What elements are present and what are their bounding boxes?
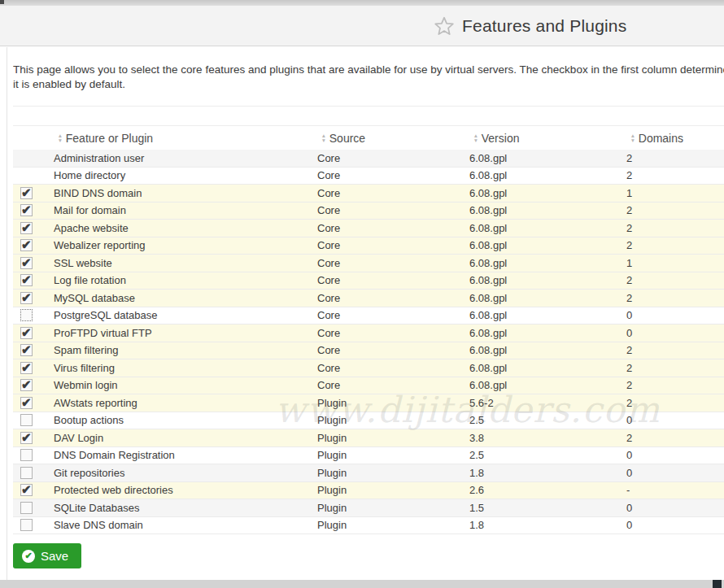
domains-cell: 2 <box>626 204 724 216</box>
domains-cell: 0 <box>626 519 724 531</box>
feature-checkbox[interactable]: ✔ <box>20 327 33 339</box>
checkbox-cell <box>13 414 54 426</box>
column-header-feature[interactable]: ▴▾ Feature or Plugin <box>54 132 317 145</box>
feature-name: ProFTPD virtual FTP <box>54 327 317 339</box>
domains-cell: 2 <box>626 397 724 409</box>
feature-name: Virus filtering <box>54 362 317 374</box>
feature-checkbox[interactable]: ✔ <box>20 187 33 199</box>
table-row: ✔Spam filteringCore6.08.gpl2 <box>13 342 724 360</box>
feature-name: MySQL database <box>54 292 317 304</box>
column-header-domains[interactable]: ▴▾ Domains <box>626 132 724 145</box>
save-button[interactable]: ✔ Save <box>13 543 81 568</box>
column-header-label: Feature or Plugin <box>66 132 153 145</box>
source-cell: Core <box>317 309 469 321</box>
table-row: ✔Protected web directoriesPlugin2.6- <box>13 482 724 500</box>
table-row: ✔Virus filteringCore6.08.gpl2 <box>13 359 724 377</box>
feature-checkbox[interactable] <box>20 449 33 461</box>
page-title: Features and Plugins <box>462 16 626 36</box>
content-area: This page allows you to select the core … <box>0 47 724 580</box>
table-row: Home directoryCore6.08.gpl2 <box>13 168 724 185</box>
window-resize-mark <box>713 580 722 588</box>
domains-cell: 2 <box>626 239 724 251</box>
domains-cell: 2 <box>626 344 724 356</box>
feature-name: Administration user <box>54 152 317 164</box>
feature-checkbox[interactable]: ✔ <box>20 257 33 269</box>
domains-cell: 0 <box>626 327 724 339</box>
description-line-1: This page allows you to select the core … <box>13 63 724 77</box>
source-cell: Core <box>317 327 469 339</box>
table-row: Slave DNS domainPlugin1.80 <box>13 517 724 535</box>
feature-checkbox[interactable] <box>20 467 33 479</box>
sort-icon: ▴▾ <box>474 133 478 142</box>
feature-name: PostgreSQL database <box>54 309 317 321</box>
table-row: ✔Mail for domainCore6.08.gpl2 <box>13 203 724 220</box>
feature-name: AWstats reporting <box>54 397 317 409</box>
column-header-version[interactable]: ▴▾ Version <box>469 132 626 145</box>
source-cell: Plugin <box>317 484 469 496</box>
feature-checkbox[interactable] <box>20 309 33 321</box>
page-header: Features and Plugins <box>0 6 724 46</box>
feature-checkbox[interactable]: ✔ <box>20 222 33 234</box>
version-cell: 1.8 <box>469 519 626 531</box>
feature-checkbox[interactable] <box>20 414 33 426</box>
domains-cell: 1 <box>626 257 724 269</box>
feature-checkbox[interactable]: ✔ <box>20 204 33 216</box>
table-row: DNS Domain RegistrationPlugin2.50 <box>13 447 724 465</box>
feature-name: DAV Login <box>54 432 317 444</box>
version-cell: 6.08.gpl <box>469 309 626 321</box>
domains-cell: 2 <box>626 362 724 374</box>
version-cell: 2.5 <box>469 414 626 426</box>
feature-name: Spam filtering <box>54 344 317 356</box>
column-header-source[interactable]: ▴▾ Source <box>317 132 469 145</box>
feature-checkbox[interactable]: ✔ <box>20 274 33 286</box>
divider <box>13 106 724 107</box>
feature-checkbox[interactable]: ✔ <box>20 239 33 251</box>
version-cell: 6.08.gpl <box>469 239 626 251</box>
checkbox-cell: ✔ <box>13 257 54 269</box>
domains-cell: 0 <box>626 449 724 461</box>
source-cell: Plugin <box>317 432 469 444</box>
feature-checkbox[interactable]: ✔ <box>20 484 33 496</box>
feature-name: Home directory <box>54 169 317 181</box>
feature-checkbox[interactable]: ✔ <box>20 432 33 444</box>
source-cell: Core <box>317 222 469 234</box>
domains-cell: 2 <box>626 432 724 444</box>
source-cell: Core <box>317 274 469 286</box>
source-cell: Core <box>317 204 469 216</box>
domains-cell: 0 <box>626 467 724 479</box>
version-cell: 6.08.gpl <box>469 292 626 304</box>
checkbox-cell: ✔ <box>13 344 54 356</box>
feature-checkbox[interactable]: ✔ <box>20 362 33 374</box>
checkbox-cell: ✔ <box>13 484 54 496</box>
feature-name: Apache website <box>54 222 317 234</box>
checkbox-cell <box>13 309 54 321</box>
table-row: ✔Webmin loginCore6.08.gpl2 <box>13 377 724 395</box>
feature-checkbox[interactable]: ✔ <box>20 379 33 391</box>
feature-checkbox[interactable] <box>20 519 33 531</box>
checkbox-cell: ✔ <box>13 274 54 286</box>
feature-checkbox[interactable]: ✔ <box>20 292 33 304</box>
feature-checkbox[interactable]: ✔ <box>20 344 33 356</box>
feature-checkbox[interactable] <box>20 502 33 514</box>
checkbox-cell: ✔ <box>13 379 54 391</box>
feature-checkbox[interactable]: ✔ <box>20 397 33 409</box>
check-circle-icon: ✔ <box>22 550 35 563</box>
source-cell: Plugin <box>317 467 469 479</box>
star-icon <box>434 15 455 37</box>
version-cell: 1.8 <box>469 467 626 479</box>
version-cell: 3.8 <box>469 432 626 444</box>
feature-name: DNS Domain Registration <box>54 449 317 461</box>
column-header-label: Source <box>329 132 365 145</box>
window-footer-bar <box>0 580 724 588</box>
version-cell: 6.08.gpl <box>469 169 626 181</box>
page-title-block: Features and Plugins <box>434 15 626 37</box>
table-row: ✔ProFTPD virtual FTPCore6.08.gpl0 <box>13 324 724 342</box>
source-cell: Core <box>317 257 469 269</box>
checkbox-cell: ✔ <box>13 222 54 234</box>
table-row: ✔Log file rotationCore6.08.gpl2 <box>13 272 724 290</box>
domains-cell: 0 <box>626 414 724 426</box>
source-cell: Plugin <box>317 519 469 531</box>
checkbox-cell: ✔ <box>13 327 54 339</box>
version-cell: 6.08.gpl <box>469 274 626 286</box>
table-row: Git repositoriesPlugin1.80 <box>13 464 724 482</box>
